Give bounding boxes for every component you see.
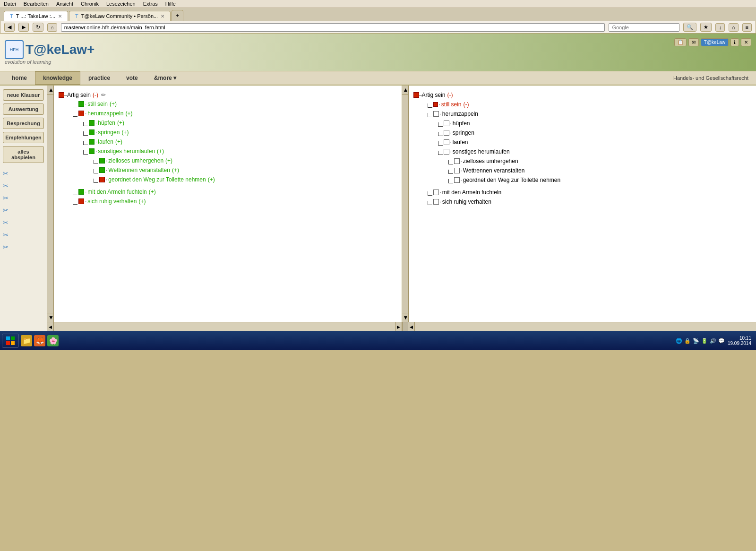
scissors-7[interactable]: ✂ [3,243,44,251]
forward-button[interactable]: ▶ [18,23,29,32]
scroll-left-btn[interactable]: ◀ [47,322,54,331]
menu-datei[interactable]: Datei [4,1,16,7]
header-icon-x[interactable]: ✕ [741,38,751,46]
scissors-2[interactable]: ✂ [3,182,44,189]
header-icon-2[interactable]: ✉ [688,38,699,46]
root-box-left[interactable] [59,92,64,98]
header-icon-1[interactable]: 📋 [674,38,687,46]
node-checkbox-geordnet-right[interactable] [454,177,460,183]
scrollbar-area: ◀ ▶ ◀ [47,322,756,331]
menu-hilfe[interactable]: Hilfe [165,1,176,7]
bookmark-button[interactable]: ★ [700,23,712,32]
tree-node-wettrennen-left: · Wettrennen veranstalten (+) [94,166,397,174]
back-button[interactable]: ◀ [4,23,15,32]
nav-practice[interactable]: practice [80,71,118,85]
nav-vote[interactable]: vote [118,71,146,85]
node-box-still[interactable] [78,101,84,107]
node-checkbox-ruhig-right[interactable] [433,199,439,205]
takelaw-btn[interactable]: T@keLaw [701,38,729,46]
node-checkbox-zielloses-right[interactable] [454,158,460,164]
node-checkbox-armeln-right[interactable] [433,189,439,195]
node-checkbox-huepfen-right[interactable] [444,121,449,126]
nav-home[interactable]: home [4,71,35,85]
menu-extras[interactable]: Extras [143,1,158,7]
scissors-6[interactable]: ✂ [3,231,44,239]
auswertung-button[interactable]: Auswertung [3,103,44,115]
home-button[interactable]: ⌂ [47,23,57,32]
header-icon-info[interactable]: ℹ [730,38,739,46]
taskbar-folder[interactable]: 📁 [21,335,32,346]
node-checkbox-sonstiges-right[interactable] [444,149,449,155]
menu-button[interactable]: ≡ [742,23,752,32]
scissors-1[interactable]: ✂ [3,170,44,177]
home-nav-button[interactable]: ⌂ [729,23,739,32]
svg-rect-2 [6,341,10,345]
tree-node-still-left: · still sein (+) [73,100,397,108]
svg-rect-3 [11,341,15,345]
h-scrollbar-right[interactable] [415,322,756,331]
scroll-up-right[interactable]: ▲ [402,86,408,95]
nav-more[interactable]: &more [146,71,184,85]
logo-area: HFH T@keLaw+ evolution of learning [5,40,94,65]
scroll-up-left[interactable]: ▲ [47,86,53,95]
node-box-zielloses-left[interactable] [99,158,105,164]
new-tab-button[interactable]: + [172,10,183,21]
download-button[interactable]: ↓ [715,23,725,32]
tab-community[interactable]: T T@keLaw Community • Persön... ✕ [69,11,171,21]
taskbar-right: 🌐 🔒 📡 🔋 🔊 💬 10:11 19.09.2014 [676,336,754,346]
scroll-left-btn2[interactable]: ◀ [408,322,415,331]
node-box-huepfen-left[interactable] [89,120,94,126]
scroll-down-right[interactable]: ▼ [402,313,408,322]
reload-button[interactable]: ↻ [33,23,43,32]
tab-close-1[interactable]: ✕ [58,14,62,19]
node-box-geordnet-left[interactable] [99,177,105,182]
node-box-laufen-left[interactable] [89,139,94,145]
node-checkbox-springen-right[interactable] [444,130,449,136]
node-box-sonstiges-left[interactable] [89,148,94,154]
node-score-springen-left: (+) [121,128,129,137]
scroll-down-left[interactable]: ▼ [47,313,53,322]
taskbar-firefox[interactable]: 🦊 [34,335,45,346]
taskbar-green-app[interactable]: 🌸 [47,335,59,346]
search-input[interactable] [609,23,679,32]
node-label-wettrennen-left: Wettrennen veranstalten [108,166,170,174]
tree-node-geordnet-right: · geordnet den Weg zur Toilette nehmen [448,176,752,184]
node-score-still-right: (-) [464,100,469,109]
nav-knowledge[interactable]: knowledge [35,71,80,85]
tree-node-springen-left: · springen (+) [83,128,397,137]
scroll-right-btn[interactable]: ▶ [395,322,402,331]
node-box-springen-left[interactable] [89,129,94,135]
logo-icon: HFH [5,40,24,59]
search-button[interactable]: 🔍 [683,23,696,32]
start-button[interactable] [2,334,19,348]
root-box-right[interactable] [413,92,419,98]
node-box-still-right[interactable] [433,102,438,107]
tree-node-ruhig-left: · sich ruhig verhalten (+) [73,197,397,206]
menu-lesezeichen[interactable]: Lesezeichen [106,1,136,7]
besprechung-button[interactable]: Besprechung [3,118,44,129]
alles-abspielen-button[interactable]: alles abspielen [3,146,44,163]
nav-right-title: Handels- und Gesellschaftsrecht [670,73,752,83]
tab-takelaw[interactable]: T T ...: TakeLaw :... ✕ [4,11,68,21]
address-input[interactable] [61,23,605,32]
node-box-herumzappeln-left[interactable] [78,111,84,116]
scissors-4[interactable]: ✂ [3,207,44,214]
scissors-5[interactable]: ✂ [3,219,44,226]
node-checkbox-wettrennen-right[interactable] [454,168,460,173]
tab-close-2[interactable]: ✕ [161,14,164,19]
pencil-icon-left[interactable]: ✏ [101,91,106,99]
menu-chronik[interactable]: Chronik [81,1,99,7]
empfehlungen-button[interactable]: Empfehlungen [3,132,44,143]
neue-klausur-button[interactable]: neue Klausur [3,89,44,101]
node-checkbox-herumzappeln-right[interactable] [433,111,439,117]
tree-node-zielloses-left: · zielloses umhergehen (+) [94,156,397,165]
node-checkbox-laufen-right[interactable] [444,139,449,145]
menu-bearbeiten[interactable]: Bearbeiten [24,1,49,7]
node-box-armeln-left[interactable] [78,189,84,195]
node-label-springen-left: springen [98,128,120,137]
node-box-ruhig-left[interactable] [78,198,84,204]
node-box-wettrennen-left[interactable] [99,167,105,173]
menu-ansicht[interactable]: Ansicht [56,1,73,7]
h-scrollbar-left[interactable] [54,322,395,331]
scissors-3[interactable]: ✂ [3,194,44,202]
